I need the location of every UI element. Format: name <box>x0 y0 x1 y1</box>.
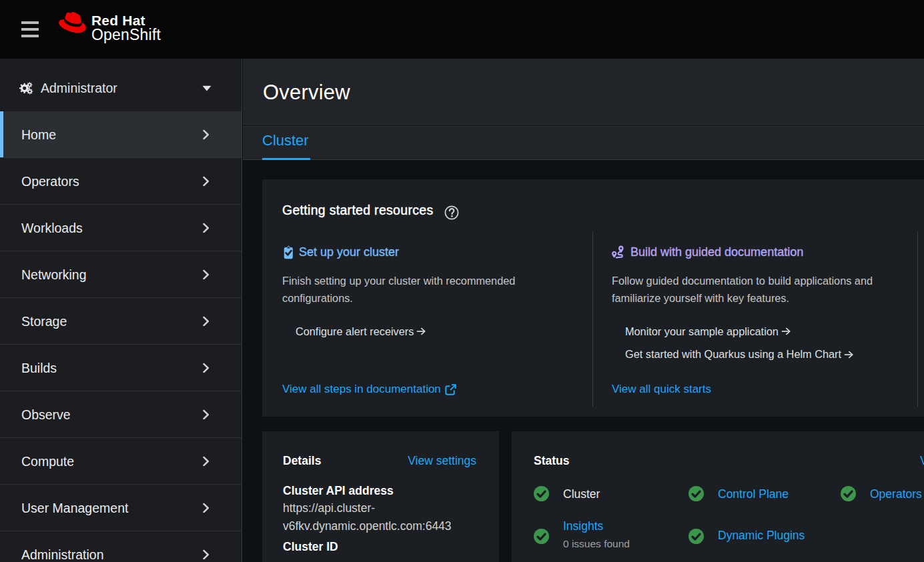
redhat-openshift-logo[interactable]: Red Hat OpenShift <box>59 9 161 43</box>
status-link-label[interactable]: Operators <box>870 487 922 501</box>
link-view-all-steps[interactable]: View all steps in documentation <box>282 383 457 396</box>
chevron-right-icon <box>203 503 209 513</box>
link-monitor-sample-app[interactable]: Monitor your sample application <box>625 324 853 339</box>
page-header: Overview <box>243 59 924 125</box>
perspective-dropdown[interactable]: Administrator <box>19 65 211 111</box>
status-item-control-plane: Control Plane <box>688 486 789 501</box>
masthead: Red Hat OpenShift <box>0 0 924 59</box>
redhat-fedora-icon <box>59 11 86 33</box>
sidebar-item-label: Operators <box>21 173 79 189</box>
sidebar: Administrator Home Operators Workloads N… <box>0 59 242 562</box>
sidebar-item-networking[interactable]: Networking <box>0 251 242 298</box>
hamburger-bar <box>21 21 39 24</box>
sidebar-item-builds[interactable]: Builds <box>0 345 242 391</box>
tab-active-underline <box>262 158 310 161</box>
status-item-insights: Insights 0 issues found <box>534 519 630 550</box>
sidebar-item-home[interactable]: Home <box>0 111 242 158</box>
sidebar-item-label: Administration <box>21 547 104 562</box>
sidebar-item-storage[interactable]: Storage <box>0 298 242 345</box>
check-circle-icon <box>688 529 704 544</box>
perspective-switcher: Administrator <box>0 59 242 111</box>
tab-label: Cluster <box>262 132 309 149</box>
sidebar-item-user-management[interactable]: User Management <box>0 485 242 531</box>
chevron-right-icon <box>203 269 209 280</box>
check-circle-icon <box>534 486 549 501</box>
sidebar-item-label: Storage <box>21 313 67 329</box>
brand-openshift: OpenShift <box>91 27 161 43</box>
quick-start-link-label: Monitor your sample application <box>625 325 779 338</box>
status-item-cluster: Cluster <box>534 486 600 501</box>
sidebar-item-compute[interactable]: Compute <box>0 438 242 485</box>
check-circle-icon <box>841 486 856 501</box>
external-link-icon <box>444 383 457 396</box>
link-view-settings[interactable]: View settings <box>408 454 476 468</box>
chevron-right-icon <box>203 176 209 187</box>
chevron-right-icon <box>203 549 209 560</box>
details-title: Details <box>283 454 321 468</box>
cluster-id-label: Cluster ID <box>283 540 486 554</box>
arrow-right-icon <box>416 327 426 335</box>
setup-cluster-description: Finish setting up your cluster with reco… <box>282 273 584 307</box>
details-card: Details View settings Cluster API addres… <box>262 431 499 562</box>
hamburger-bar <box>21 35 39 37</box>
hamburger-bar <box>21 28 39 31</box>
quick-start-link-label: Configure alert receivers <box>296 325 414 338</box>
status-item-operators: Operators <box>841 486 922 501</box>
arrow-right-icon <box>781 327 791 335</box>
link-quarkus-helm-chart[interactable]: Get started with Quarkus using a Helm Ch… <box>625 347 853 362</box>
getting-started-column-setup: Set up your cluster Finish setting up yo… <box>282 231 586 407</box>
column-divider <box>592 231 593 407</box>
brand-redhat: Red Hat <box>91 13 161 27</box>
sidebar-item-label: User Management <box>21 500 128 515</box>
openshift-console: Red Hat OpenShift Administrator Home <box>0 0 924 562</box>
tab-bar: Cluster <box>243 125 924 160</box>
getting-started-title: Getting started resources <box>282 202 433 218</box>
cluster-api-address-value: https://api.cluster-v6fkv.dynamic.opentl… <box>283 499 458 535</box>
arrow-right-icon <box>844 351 853 359</box>
status-item-dynamic-plugins: Dynamic Plugins <box>688 529 805 544</box>
guided-doc-description: Follow guided documentation to build app… <box>612 273 913 307</box>
guided-doc-title[interactable]: Build with guided documentation <box>630 245 803 259</box>
link-configure-alert-receivers[interactable]: Configure alert receivers <box>296 324 426 339</box>
sidebar-item-label: Home <box>21 127 56 142</box>
route-icon <box>612 245 625 259</box>
sidebar-item-administration[interactable]: Administration <box>0 531 242 562</box>
chevron-right-icon <box>203 363 209 373</box>
sidebar-item-label: Workloads <box>21 220 83 235</box>
help-icon[interactable] <box>444 205 459 220</box>
chevron-right-icon <box>203 129 209 140</box>
footer-link-label: View all quick starts <box>612 383 711 396</box>
status-label: Cluster <box>563 487 600 501</box>
brand-text: Red Hat OpenShift <box>91 13 161 43</box>
caret-down-icon <box>202 85 211 91</box>
sidebar-nav: Home Operators Workloads Networking Stor… <box>0 111 242 562</box>
link-view-all-quick-starts[interactable]: View all quick starts <box>612 383 711 396</box>
getting-started-column-guided: Build with guided documentation Follow g… <box>612 231 915 407</box>
hamburger-menu-icon[interactable] <box>21 20 39 37</box>
sidebar-item-workloads[interactable]: Workloads <box>0 205 242 251</box>
chevron-right-icon <box>203 456 209 467</box>
status-link-label[interactable]: Control Plane <box>718 487 789 501</box>
status-link-label[interactable]: Dynamic Plugins <box>718 529 805 542</box>
sidebar-item-observe[interactable]: Observe <box>0 391 242 438</box>
tab-cluster[interactable]: Cluster <box>262 125 309 160</box>
getting-started-card: Getting started resources Set up your cl… <box>262 179 924 417</box>
sidebar-item-operators[interactable]: Operators <box>0 158 242 205</box>
cluster-api-address-label: Cluster API address <box>283 484 486 498</box>
chevron-right-icon <box>203 409 209 420</box>
sidebar-item-label: Observe <box>21 407 71 422</box>
status-link-label[interactable]: Insights <box>563 519 603 533</box>
clipboard-check-icon <box>284 245 294 259</box>
footer-link-label: View all steps in documentation <box>282 383 441 396</box>
quick-start-link-label: Get started with Quarkus using a Helm Ch… <box>625 348 841 361</box>
link-view-alerts[interactable]: View alerts <box>920 454 924 468</box>
sidebar-item-label: Networking <box>21 267 87 282</box>
column-divider <box>917 231 918 407</box>
check-circle-icon <box>534 529 549 544</box>
setup-cluster-title[interactable]: Set up your cluster <box>299 245 399 259</box>
sidebar-item-label: Builds <box>21 360 57 375</box>
sidebar-item-label: Compute <box>21 453 74 469</box>
perspective-label: Administrator <box>41 81 202 96</box>
status-card: Status View alerts Cluster Control Plane… <box>512 431 924 562</box>
check-circle-icon <box>688 486 704 501</box>
